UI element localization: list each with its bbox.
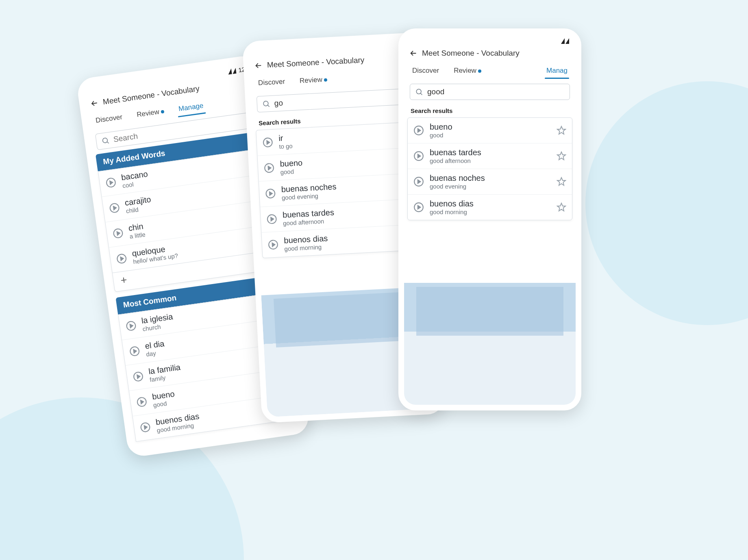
tab-discover[interactable]: Discover — [93, 110, 125, 128]
play-button[interactable] — [129, 345, 141, 357]
play-button[interactable] — [125, 320, 137, 332]
tab-review[interactable]: Review — [134, 104, 167, 122]
favorite-star-icon — [557, 151, 566, 161]
search-icon — [262, 100, 270, 108]
play-audio-icon — [136, 396, 148, 408]
page-title: Meet Someone - Vocabulary — [422, 49, 520, 58]
play-button[interactable] — [413, 202, 424, 213]
search-field[interactable] — [257, 88, 417, 113]
play-button[interactable] — [266, 214, 277, 225]
phone-mockup-3: Meet Someone - Vocabulary Discover Revie… — [398, 28, 581, 410]
favorite-button[interactable] — [557, 202, 566, 212]
word-row[interactable]: buenogood — [408, 118, 572, 143]
play-audio-icon — [129, 345, 141, 357]
word-translation: good morning — [430, 208, 551, 216]
back-arrow-icon[interactable] — [254, 61, 263, 70]
word-text: irto go — [278, 126, 416, 150]
tab-discover[interactable]: Discover — [411, 63, 441, 78]
play-button[interactable] — [267, 239, 278, 250]
back-arrow-icon[interactable] — [89, 98, 100, 109]
tab-review[interactable]: Review — [452, 63, 483, 78]
signal-icon — [228, 68, 232, 74]
play-audio-icon — [265, 188, 276, 199]
play-audio-icon — [413, 202, 424, 213]
search-icon — [101, 136, 110, 145]
play-audio-icon — [266, 214, 277, 225]
favorite-star-icon — [557, 177, 566, 187]
word-row[interactable]: buenos diasgood morning — [408, 195, 572, 220]
word-translation: good afternoon — [430, 157, 551, 165]
word-row[interactable]: buenas nochesgood evening — [408, 169, 572, 195]
wifi-icon — [232, 67, 237, 74]
app-header: Meet Someone - Vocabulary — [404, 46, 576, 61]
play-button[interactable] — [109, 202, 120, 214]
favorite-button[interactable] — [557, 151, 566, 161]
word-main: bueno — [430, 122, 551, 132]
word-text: buenas nochesgood evening — [430, 173, 551, 190]
favorite-star-icon — [557, 202, 566, 212]
play-button[interactable] — [116, 253, 128, 265]
play-button[interactable] — [136, 396, 148, 408]
tab-manage[interactable]: Manage — [176, 98, 206, 117]
svg-point-16 — [416, 89, 421, 94]
search-input[interactable] — [274, 92, 412, 108]
play-audio-icon — [125, 320, 137, 332]
play-audio-icon — [413, 176, 424, 187]
play-audio-icon — [132, 371, 144, 382]
play-button[interactable] — [112, 227, 124, 239]
play-button[interactable] — [262, 137, 273, 148]
tab-review[interactable]: Review — [298, 72, 329, 88]
svg-point-0 — [102, 138, 108, 143]
plus-icon — [119, 275, 129, 285]
play-button[interactable] — [413, 125, 424, 136]
play-button[interactable] — [139, 421, 151, 433]
back-arrow-icon[interactable] — [409, 49, 418, 58]
play-audio-icon — [413, 125, 424, 136]
page-title: Meet Someone - Vocabulary — [267, 56, 365, 70]
tab-manage[interactable]: Manag — [545, 63, 569, 78]
word-main: buenos dias — [430, 199, 551, 208]
play-audio-icon — [116, 253, 128, 265]
tab-discover[interactable]: Discover — [256, 74, 287, 91]
background-illustration — [404, 283, 576, 405]
word-main: buenas tardes — [430, 148, 551, 157]
play-button[interactable] — [413, 176, 424, 187]
word-text: buenas tardesgood afternoon — [430, 148, 551, 165]
word-row[interactable]: buenas tardesgood afternoon — [408, 143, 572, 169]
play-button[interactable] — [265, 188, 276, 199]
word-text: buenas nochesgood evening — [281, 177, 418, 202]
play-audio-icon — [267, 239, 278, 250]
play-button[interactable] — [413, 151, 424, 161]
play-audio-icon — [263, 163, 274, 174]
word-text: buenos diasgood morning — [430, 199, 551, 216]
status-bar — [404, 34, 576, 46]
favorite-button[interactable] — [557, 126, 566, 135]
play-button[interactable] — [105, 177, 117, 189]
word-text: buenogood — [280, 152, 417, 176]
play-audio-icon — [112, 227, 124, 239]
word-main: buenas noches — [430, 173, 551, 183]
search-icon — [415, 88, 423, 96]
search-results-label: Search results — [404, 104, 576, 116]
word-text: buenogood — [430, 122, 551, 139]
favorite-button[interactable] — [557, 177, 566, 187]
search-input[interactable] — [427, 87, 565, 96]
play-audio-icon — [139, 421, 151, 433]
search-results-card: buenogoodbuenas tardesgood afternoonbuen… — [407, 117, 572, 220]
signal-icon — [561, 38, 565, 44]
word-translation: good evening — [430, 183, 551, 190]
tab-bar: Discover Review Manag — [404, 63, 576, 78]
play-audio-icon — [413, 151, 424, 161]
search-field[interactable] — [410, 84, 570, 100]
play-button[interactable] — [263, 163, 274, 174]
play-audio-icon — [109, 202, 120, 214]
play-audio-icon — [262, 137, 273, 148]
favorite-star-icon — [557, 126, 566, 135]
word-translation: good — [430, 132, 551, 139]
play-audio-icon — [105, 177, 117, 189]
wifi-icon — [565, 38, 569, 44]
play-button[interactable] — [132, 371, 144, 382]
